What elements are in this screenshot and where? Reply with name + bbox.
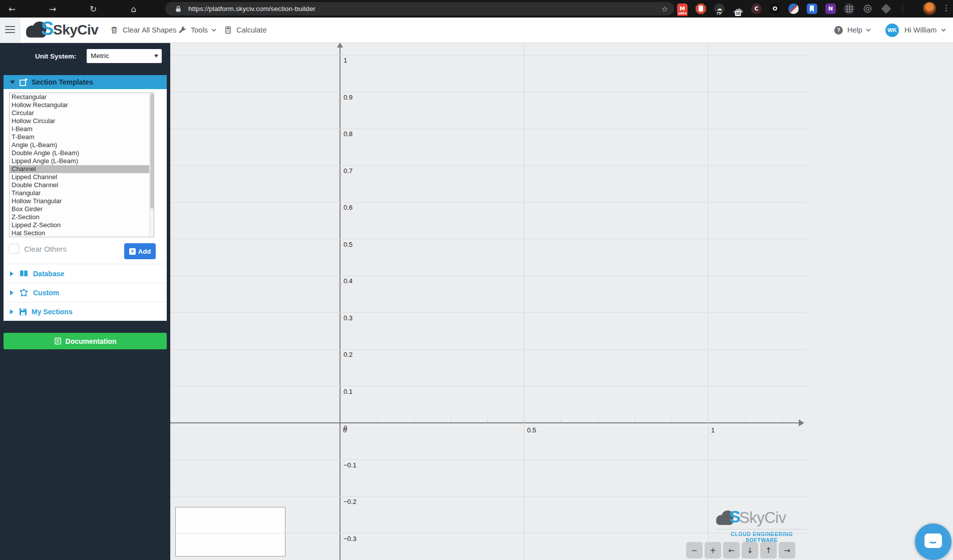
forward-icon[interactable]: → bbox=[47, 4, 59, 14]
template-option-lipped-z-section[interactable]: Lipped Z-Section bbox=[10, 221, 154, 229]
template-option-t-beam[interactable]: T-Beam bbox=[10, 133, 154, 141]
template-option-circular[interactable]: Circular bbox=[10, 109, 154, 117]
gridline-horizontal bbox=[170, 386, 807, 386]
grid-extension-icon[interactable] bbox=[844, 4, 854, 14]
template-option-hat-section[interactable]: Hat Section bbox=[10, 229, 154, 237]
x-axis-minor-tick bbox=[377, 420, 378, 422]
template-option-rectangular[interactable]: Rectangular bbox=[10, 93, 154, 101]
template-option-triangular[interactable]: Triangular bbox=[10, 189, 154, 197]
bookmark-star-icon[interactable]: ☆ bbox=[662, 5, 668, 14]
x-axis-tick-label: 0 bbox=[343, 426, 347, 434]
tools-menu-button[interactable]: Tools bbox=[178, 18, 216, 43]
pan-right-button[interactable]: → bbox=[779, 542, 795, 558]
y-axis-minor-tick bbox=[338, 294, 342, 295]
add-button[interactable]: Add bbox=[124, 243, 156, 259]
c-extension-icon[interactable]: C bbox=[751, 4, 762, 14]
pin-extension-icon[interactable] bbox=[881, 4, 891, 14]
home-icon[interactable]: ⌂ bbox=[128, 4, 140, 14]
content-blocker-extension-icon-glyph bbox=[788, 4, 799, 14]
y-axis-minor-tick bbox=[338, 542, 342, 543]
browser-divider bbox=[902, 4, 903, 14]
gridline-vertical bbox=[708, 43, 709, 560]
pan-up-button[interactable]: ↑ bbox=[760, 542, 777, 558]
back-icon[interactable]: ← bbox=[6, 4, 18, 14]
template-option-i-beam[interactable]: I-Beam bbox=[10, 125, 154, 133]
content-blocker-extension-icon[interactable] bbox=[788, 4, 799, 14]
unit-system-label: Unit System: bbox=[35, 53, 77, 60]
template-option-hollow-circular[interactable]: Hollow Circular bbox=[10, 117, 154, 125]
zoom-in-button[interactable]: + bbox=[705, 542, 721, 558]
o-extension-icon[interactable]: O bbox=[770, 4, 780, 14]
url-text[interactable]: https://platform.skyciv.com/section-buil… bbox=[188, 5, 315, 13]
pan-left-button[interactable]: ← bbox=[723, 542, 740, 558]
database-panel[interactable]: Database bbox=[4, 264, 167, 283]
y-axis-minor-tick bbox=[338, 101, 342, 102]
user-menu-button[interactable]: WK Hi William bbox=[885, 18, 946, 43]
my-sections-panel[interactable]: My Sections bbox=[4, 302, 167, 321]
y-axis-minor-tick bbox=[338, 551, 342, 552]
template-option-hollow-rectangular[interactable]: Hollow Rectangular bbox=[10, 101, 154, 109]
weather-extension-icon[interactable]: ☁75° bbox=[714, 4, 725, 14]
template-option-lipped-channel[interactable]: Lipped Channel bbox=[10, 173, 154, 181]
onenote-extension-icon[interactable]: N bbox=[825, 4, 836, 14]
template-option-lipped-angle-l-beam[interactable]: Lipped Angle (L-Beam) bbox=[10, 157, 154, 165]
x-axis-minor-tick bbox=[487, 420, 488, 422]
download-cloud-extension-icon[interactable]: ☁16 bbox=[733, 4, 743, 14]
y-axis-minor-tick bbox=[338, 248, 342, 249]
pan-down-button[interactable]: ↓ bbox=[742, 542, 758, 558]
plus-icon bbox=[129, 248, 136, 255]
template-option-box-girder[interactable]: Box Girder bbox=[10, 205, 154, 213]
browser-menu-icon[interactable]: ⋮ bbox=[942, 4, 949, 13]
chat-bubble-button[interactable] bbox=[915, 523, 951, 560]
zoom-out-button[interactable]: − bbox=[686, 542, 703, 558]
database-book-icon bbox=[19, 270, 29, 278]
calculate-button[interactable]: Calculate bbox=[224, 18, 266, 43]
documentation-button[interactable]: Documentation bbox=[4, 333, 167, 349]
scrollbar-thumb[interactable] bbox=[150, 94, 154, 209]
gridline-horizontal bbox=[170, 239, 807, 239]
clear-others-checkbox[interactable] bbox=[9, 244, 19, 254]
bookmark-extension-icon-glyph bbox=[807, 4, 817, 14]
gridline-horizontal bbox=[170, 165, 807, 166]
y-axis-minor-tick bbox=[338, 64, 342, 65]
help-menu-button[interactable]: Help bbox=[834, 18, 871, 43]
stop-hand-extension-icon[interactable] bbox=[696, 4, 706, 14]
y-axis-minor-tick bbox=[338, 211, 342, 212]
y-axis-minor-tick bbox=[338, 74, 342, 74]
target-extension-icon[interactable] bbox=[862, 4, 873, 14]
document-icon bbox=[54, 337, 62, 345]
template-option-double-channel[interactable]: Double Channel bbox=[10, 181, 154, 189]
url-bar[interactable]: https://platform.skyciv.com/section-buil… bbox=[165, 2, 674, 16]
unit-system-select[interactable]: Metric bbox=[87, 49, 162, 63]
onenote-extension-icon-glyph: N bbox=[825, 4, 836, 14]
watermark-brand: SkyCiv bbox=[739, 509, 786, 527]
template-option-z-section[interactable]: Z-Section bbox=[10, 213, 154, 221]
gridline-horizontal bbox=[170, 533, 807, 533]
calculator-icon bbox=[224, 26, 232, 34]
chevron-down-icon bbox=[211, 29, 216, 32]
profile-avatar[interactable] bbox=[923, 2, 936, 15]
section-canvas[interactable]: S SkyCiv CLOUD ENGINEERING SOFTWARE −+←↓… bbox=[170, 43, 953, 560]
custom-label: Custom bbox=[33, 289, 59, 297]
custom-shape-icon bbox=[19, 289, 29, 297]
mail-extension-icon[interactable]: M1804 bbox=[677, 4, 688, 14]
x-axis-minor-tick bbox=[598, 420, 598, 422]
bookmark-extension-icon[interactable] bbox=[807, 4, 817, 14]
template-option-angle-l-beam[interactable]: Angle (L-Beam) bbox=[10, 141, 154, 149]
documentation-label: Documentation bbox=[66, 337, 117, 345]
list-scrollbar[interactable] bbox=[149, 93, 154, 237]
template-option-channel[interactable]: Channel bbox=[10, 165, 154, 173]
clear-all-shapes-button[interactable]: Clear All Shapes bbox=[110, 18, 176, 43]
hamburger-menu-button[interactable] bbox=[0, 18, 20, 43]
refresh-icon[interactable]: ↻ bbox=[87, 4, 99, 14]
x-axis-minor-tick bbox=[561, 420, 561, 422]
skyciv-logo[interactable]: S SkyCiv bbox=[26, 18, 98, 43]
y-axis-minor-tick bbox=[338, 110, 342, 111]
template-option-double-angle-l-beam[interactable]: Double Angle (L-Beam) bbox=[10, 149, 154, 157]
template-option-hollow-triangular[interactable]: Hollow Triangular bbox=[10, 197, 154, 205]
expand-caret-icon bbox=[10, 290, 16, 295]
custom-panel[interactable]: Custom bbox=[4, 283, 167, 302]
chevron-down-icon bbox=[941, 29, 946, 32]
x-axis-minor-tick bbox=[414, 420, 414, 422]
section-templates-header[interactable]: Section Templates bbox=[4, 75, 167, 89]
